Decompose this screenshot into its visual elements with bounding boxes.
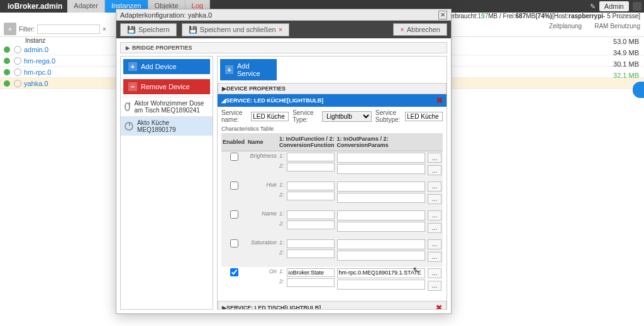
inout-param-2[interactable]: [337, 280, 426, 290]
instance-name[interactable]: yahka.0: [24, 80, 48, 87]
delete-service-icon[interactable]: ✖: [436, 96, 443, 105]
inout-param-1[interactable]: [337, 153, 426, 163]
inout-param-1[interactable]: hm-rpc.0.MEQ1890179.1.STATE: [337, 268, 426, 278]
bridge-label: BRIDGE PROPERTIES: [132, 45, 192, 51]
inout-fn-1[interactable]: [287, 268, 335, 277]
instance-gear-icon[interactable]: [14, 68, 21, 76]
more-button[interactable]: ...: [428, 210, 441, 220]
add-instance-icon[interactable]: +: [4, 23, 16, 35]
enabled-checkbox[interactable]: [230, 239, 238, 247]
ram-cell: 32.1 MB: [582, 72, 639, 79]
th-params: 1: InOutParams / 2: ConversionParams: [336, 133, 427, 151]
inout-fn-2[interactable]: [287, 163, 335, 171]
char-name: Name: [247, 209, 278, 238]
char-name: Brightness: [247, 151, 278, 180]
enabled-checkbox[interactable]: [230, 182, 238, 190]
instance-name[interactable]: hm-rpc.0: [24, 68, 51, 76]
triangle-down-icon: ◢: [221, 97, 226, 104]
triangle-right-icon: ▶: [126, 45, 130, 51]
more-button[interactable]: ...: [428, 268, 441, 278]
dialog-title: Adapterkonfiguration: yahka.0: [120, 11, 212, 19]
gear-icon[interactable]: [633, 2, 641, 11]
svc-subtype-input[interactable]: [405, 112, 443, 121]
inout-param-1[interactable]: [337, 239, 426, 249]
more-button[interactable]: ...: [428, 223, 441, 233]
ram-free: 687: [516, 13, 526, 21]
service-accordion-open[interactable]: ◢ SERVICE: LED KÜCHE[LIGHTBULB] ✖: [218, 94, 447, 107]
more-button[interactable]: ...: [428, 165, 441, 175]
save-icon: 💾: [127, 26, 136, 34]
enabled-checkbox[interactable]: [230, 268, 238, 276]
bridge-properties-accordion[interactable]: ▶ BRIDGE PROPERTIES: [120, 42, 447, 53]
plus-icon: +: [225, 65, 233, 74]
pencil-icon[interactable]: ✎: [590, 3, 596, 11]
cancel-button[interactable]: × Abbrechen: [393, 23, 447, 36]
device-item[interactable]: Aktor Wohnzimmer Dose am Tisch MEQ189024…: [121, 97, 213, 116]
more-button[interactable]: ...: [428, 239, 441, 249]
add-service-label: Add Service: [237, 62, 272, 77]
char-row: On1:2:hm-rpc.0.MEQ1890179.1.STATE......: [221, 267, 443, 296]
inout-fn-2[interactable]: [287, 278, 335, 287]
dialog-titlebar[interactable]: Adapterkonfiguration: yahka.0 ✕: [116, 9, 451, 21]
admin-chip[interactable]: Admin: [599, 1, 629, 11]
inout-fn-1[interactable]: [287, 210, 335, 219]
ram-mb2: MB: [526, 13, 535, 21]
instance-name[interactable]: hm-rega.0: [24, 57, 55, 65]
svc-name-input[interactable]: [251, 112, 289, 121]
char-row: Hue1:2:......: [221, 180, 443, 209]
inout-param-2[interactable]: [337, 164, 426, 174]
brand: ioBroker.admin: [3, 2, 67, 11]
inout-fn-2[interactable]: [287, 249, 335, 258]
more-button[interactable]: ...: [428, 182, 441, 192]
add-service-button[interactable]: + Add Service: [220, 59, 277, 80]
device-label: Aktor Wohnzimmer Dose am Tisch MEQ189024…: [134, 100, 209, 114]
enabled-checkbox[interactable]: [230, 153, 238, 161]
svc-type-select[interactable]: Lightbulb: [322, 111, 372, 122]
instance-gear-icon[interactable]: [14, 57, 21, 65]
host-pre: [Host:: [552, 13, 569, 21]
instance-gear-icon[interactable]: [14, 46, 21, 53]
tab-adapter[interactable]: Adapter: [67, 0, 105, 13]
col-zeitplanung: Zeitplanung: [549, 23, 582, 35]
ram-mb1: MB / Frei:: [488, 13, 515, 21]
service-accordion-closed[interactable]: ▶ SERVICE: LED TISCH[LIGHTBULB] ✖: [218, 301, 447, 310]
char-row: Name1:2:......: [221, 209, 443, 238]
remove-device-button[interactable]: − Remove Device: [123, 79, 210, 94]
more-button[interactable]: ...: [428, 281, 441, 291]
more-button[interactable]: ...: [428, 194, 441, 204]
row-1-label: 1:: [279, 182, 286, 190]
inout-fn-2[interactable]: [287, 192, 335, 200]
instance-name[interactable]: admin.0: [24, 46, 48, 53]
save-button[interactable]: 💾 Speichern: [120, 23, 177, 36]
enabled-checkbox[interactable]: [230, 210, 238, 219]
more-button[interactable]: ...: [428, 252, 441, 262]
inout-fn-2[interactable]: [287, 220, 335, 229]
instance-gear-icon[interactable]: [14, 80, 21, 87]
more-button[interactable]: ...: [428, 153, 441, 163]
save-close-button[interactable]: 💾 Speichern und schließen ×: [182, 23, 290, 36]
row-1-label: 1:: [279, 153, 286, 161]
instanz-header: Instanz: [0, 37, 119, 44]
inout-param-1[interactable]: [337, 182, 426, 192]
ram-used: 197: [478, 13, 489, 21]
service-panel: + Add Service ▶ DEVICE PROPERTIES ◢ SERV…: [217, 56, 447, 310]
inout-param-2[interactable]: [337, 222, 426, 232]
add-device-button[interactable]: + Add Device: [123, 59, 210, 74]
status-dot-icon: [4, 80, 10, 87]
inout-fn-1[interactable]: [287, 153, 335, 161]
svc-type-label: Service Type:: [292, 109, 318, 123]
inout-param-2[interactable]: [337, 251, 426, 261]
inout-param-2[interactable]: [337, 193, 426, 203]
filter-clear-icon[interactable]: ×: [103, 26, 106, 33]
char-row: Saturation1:2:......: [221, 238, 443, 267]
inout-fn-1[interactable]: [287, 239, 335, 248]
inout-fn-1[interactable]: [287, 182, 335, 190]
device-props-accordion[interactable]: ▶ DEVICE PROPERTIES: [218, 83, 447, 94]
config-dialog: Adapterkonfiguration: yahka.0 ✕ 💾 Speich…: [116, 9, 452, 314]
delete-service-icon[interactable]: ✖: [436, 303, 442, 310]
inout-param-1[interactable]: [337, 210, 426, 220]
close-icon[interactable]: ✕: [438, 11, 447, 19]
filter-input[interactable]: [37, 24, 100, 34]
device-item[interactable]: Akto Küche MEQ1890179: [121, 116, 213, 136]
chat-bubble-icon[interactable]: [633, 82, 644, 98]
